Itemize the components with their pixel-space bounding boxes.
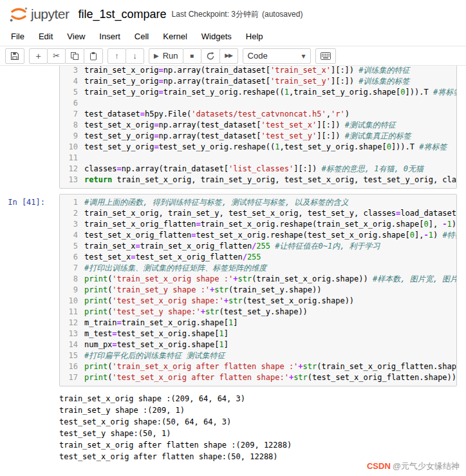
code-line: print('train_set_x_orig shape :'+str(tra… xyxy=(84,274,456,285)
code-cell: In [41]:1234567891011121314151617#调用上面的函… xyxy=(0,194,457,386)
menu-insert[interactable]: Insert xyxy=(92,27,127,46)
notebook: 2345678910111213train_dataset=h5py.File(… xyxy=(0,66,466,476)
code-line: num_px=test_set_x_orig.shape[1] xyxy=(84,339,456,350)
move-cell-down-button[interactable]: ↓ xyxy=(126,48,144,64)
cell-output: train_set_x_orig shape :(209, 64, 64, 3)… xyxy=(59,393,457,462)
input-prompt xyxy=(0,66,59,189)
code-line: test_set_x_orig_flatten=test_set_x_orig.… xyxy=(84,230,456,241)
paste-cell-button[interactable] xyxy=(84,48,103,64)
line-number: 8 xyxy=(62,120,78,131)
code-line: classes=np.array(train_dataset['list_cla… xyxy=(84,164,456,175)
code-lines: train_dataset=h5py.File('datasets/train_… xyxy=(84,66,456,186)
menu-file[interactable]: File xyxy=(4,27,32,46)
code-line: test_set_y_orig=test_set_y_orig.reshape(… xyxy=(84,142,456,153)
menu-view[interactable]: View xyxy=(60,27,92,46)
line-number-gutter: 1234567891011121314151617 xyxy=(62,197,84,383)
watermark-text: @元气少女缘结神 xyxy=(393,461,460,471)
save-icon xyxy=(10,52,19,61)
arrow-up-icon: ↑ xyxy=(115,52,119,60)
run-button[interactable]: ▶ Run xyxy=(149,48,183,64)
plus-icon: + xyxy=(35,52,41,61)
line-number: 11 xyxy=(62,153,78,164)
code-line: test_dataset=h5py.File('datasets/test_ca… xyxy=(84,109,456,120)
restart-run-all-button[interactable]: ▶▶ xyxy=(219,48,238,64)
code-line: m_test=test_set_x_orig.shape[1] xyxy=(84,328,456,339)
menu-edit[interactable]: Edit xyxy=(32,27,60,46)
code-editor[interactable]: 2345678910111213train_dataset=h5py.File(… xyxy=(59,66,457,189)
play-icon: ▶ xyxy=(154,53,159,59)
csdn-watermark: CSDN@元气少女缘结神 xyxy=(367,461,460,472)
line-number: 7 xyxy=(62,109,78,120)
menu-kernel[interactable]: Kernel xyxy=(156,27,194,46)
code-line: test_set_x_orig=np.array(test_dataset['t… xyxy=(84,120,456,131)
cell-type-value: Code xyxy=(248,51,268,61)
code-line xyxy=(84,98,456,109)
code-line: test_set_y_orig=np.array(test_dataset['t… xyxy=(84,131,456,142)
code-line xyxy=(84,153,456,164)
line-number: 10 xyxy=(62,142,78,153)
output-line: train_set_x_orig after flatten shape :(2… xyxy=(59,439,457,451)
notebook-header: jupyter file_1st_compare Last Checkpoint… xyxy=(0,0,466,27)
code-line: train_set_x_orig_flatten=train_set_x_ori… xyxy=(84,219,456,230)
jupyter-planet-icon xyxy=(9,6,28,23)
menu-cell[interactable]: Cell xyxy=(127,27,156,46)
copy-cell-button[interactable] xyxy=(65,48,84,64)
menu-help[interactable]: Help xyxy=(239,27,270,46)
line-number: 4 xyxy=(62,76,78,87)
output-line: test_set_x_orig shape:(50, 64, 64, 3) xyxy=(59,416,457,428)
line-number: 17 xyxy=(62,372,78,383)
line-number: 5 xyxy=(62,87,78,98)
line-number: 5 xyxy=(62,241,78,252)
line-number: 12 xyxy=(62,164,78,175)
interrupt-kernel-button[interactable]: ■ xyxy=(183,48,201,64)
jupyter-logo[interactable]: jupyter xyxy=(9,6,70,23)
code-line: test_set_x=test_set_x_orig_flatten/255 xyxy=(84,252,456,263)
paste-icon xyxy=(89,52,98,61)
jupyter-wordmark: jupyter xyxy=(31,6,70,22)
line-number: 6 xyxy=(62,252,78,263)
line-number: 9 xyxy=(62,131,78,142)
save-button[interactable] xyxy=(5,48,24,64)
line-number: 9 xyxy=(62,285,78,296)
output-line: test_set_y shape:(50, 1) xyxy=(59,428,457,439)
line-number: 8 xyxy=(62,274,78,285)
code-editor[interactable]: 1234567891011121314151617#调用上面的函数, 得到训练特… xyxy=(59,194,457,386)
cell-type-select[interactable]: Code ▾ xyxy=(243,48,311,64)
code-line: #打印出训练集、测试集的特征矩阵、标签矩阵的维度 xyxy=(84,263,456,274)
line-number: 12 xyxy=(62,318,78,328)
insert-cell-button[interactable]: + xyxy=(29,48,48,64)
line-number: 14 xyxy=(62,339,78,350)
code-line: print('test_set_x_orig shape:'+str(test_… xyxy=(84,296,456,307)
notebook-title[interactable]: file_1st_compare xyxy=(79,8,167,21)
command-palette-button[interactable] xyxy=(315,48,336,64)
fast-forward-icon: ▶▶ xyxy=(225,53,232,59)
keyboard-icon xyxy=(321,52,331,60)
line-number-gutter: 2345678910111213 xyxy=(62,66,84,186)
arrow-down-icon: ↓ xyxy=(133,52,137,60)
copy-icon xyxy=(70,52,79,61)
cut-cell-button[interactable]: ✂ xyxy=(47,48,66,64)
code-line: return train_set_x_orig, train_set_y_ori… xyxy=(84,175,456,186)
csdn-logo: CSDN xyxy=(367,461,391,471)
code-line: print('train_set_x_orig after flatten sh… xyxy=(84,361,456,372)
chevron-down-icon: ▾ xyxy=(302,52,306,60)
code-line: train_set_x=train_set_x_orig_flatten/255… xyxy=(84,241,456,252)
code-line: print('test_set_x_orig after flatten sha… xyxy=(84,372,456,383)
checkpoint-status: Last Checkpoint: 3分钟前 xyxy=(172,9,259,20)
restart-kernel-button[interactable] xyxy=(201,48,220,64)
menu-widgets[interactable]: Widgets xyxy=(194,27,239,46)
line-number: 3 xyxy=(62,219,78,230)
code-line: print('train_set_y shape :'+str(train_se… xyxy=(84,285,456,296)
code-line: train_set_y_orig=np.array(train_dataset[… xyxy=(84,76,456,87)
code-line: train_set_y_orig=train_set_y_orig.reshap… xyxy=(84,87,456,98)
code-line: print('test_set_y shape:'+str(test_set_y… xyxy=(84,307,456,318)
code-lines: #调用上面的函数, 得到训练特征与标签, 测试特征与标签, 以及标签的含义tra… xyxy=(84,197,456,383)
line-number: 10 xyxy=(62,296,78,307)
scissors-icon: ✂ xyxy=(53,52,60,60)
line-number: 15 xyxy=(62,350,78,361)
move-cell-up-button[interactable]: ↑ xyxy=(107,48,126,64)
menubar: FileEditViewInsertCellKernelWidgetsHelp xyxy=(0,27,466,46)
code-line: train_set_x_orig, train_set_y, test_set_… xyxy=(84,208,456,219)
code-line: #打印扁平化后的训练集特征 测试集特征 xyxy=(84,350,456,361)
line-number: 13 xyxy=(62,175,78,186)
